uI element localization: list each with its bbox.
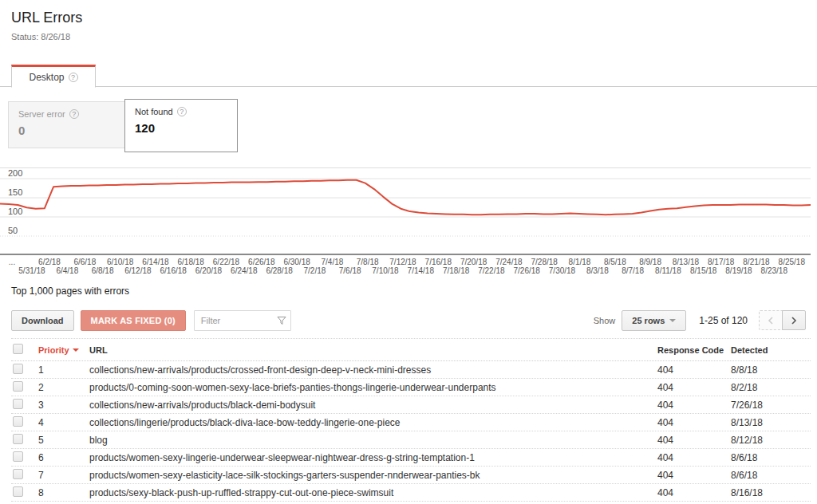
table-row: 6products/women-sexy-lingerie-underwear-… <box>11 449 811 467</box>
x-axis-label: 8/21/18 <box>743 258 769 266</box>
card-server-error-label: Server error <box>18 109 65 119</box>
chevron-right-icon <box>791 317 797 325</box>
table-toolbar: Download MARK AS FIXED (0) Show 25 rows … <box>11 309 806 331</box>
next-page-button[interactable] <box>782 310 806 330</box>
show-label: Show <box>594 316 616 325</box>
row-checkbox[interactable] <box>13 399 23 409</box>
x-axis-label: 8/1/18 <box>569 258 591 266</box>
row-checkbox[interactable] <box>13 381 23 392</box>
x-axis-label: 7/12/18 <box>389 258 416 266</box>
x-axis-label: 7/20/18 <box>460 258 487 266</box>
row-checkbox[interactable] <box>13 469 23 479</box>
chevron-left-icon <box>768 317 774 325</box>
detected-cell: 8/13/18 <box>731 417 811 428</box>
x-axis-labels: ...6/2/186/6/186/10/186/14/186/18/186/22… <box>0 255 811 276</box>
table-row: 5blog4048/12/18 <box>11 431 811 449</box>
x-axis-label: 7/24/18 <box>495 258 522 266</box>
detected-cell: 7/26/18 <box>731 400 811 411</box>
table-header-row: Priority URL Response Code Detected <box>11 339 811 361</box>
column-header-priority[interactable]: Priority <box>38 345 89 355</box>
x-axis-label: 7/28/18 <box>531 258 558 266</box>
table-body: 1collections/new-arrivals/products/cross… <box>11 361 811 502</box>
x-axis-label: 8/25/18 <box>779 258 805 266</box>
pagination-controls: Show 25 rows 1-25 of 120 <box>594 310 806 331</box>
x-axis-label: 6/8/18 <box>92 266 114 275</box>
x-axis-label: 7/2/18 <box>303 266 326 275</box>
row-checkbox[interactable] <box>13 451 23 462</box>
status-date: Status: 8/26/18 <box>11 32 70 41</box>
priority-cell: 6 <box>38 452 89 463</box>
filter-funnel-icon <box>277 316 286 325</box>
x-axis-label: 7/16/18 <box>425 258 452 266</box>
x-axis-label: 8/11/18 <box>655 266 681 275</box>
url-cell[interactable]: products/sexy-black-push-up-ruffled-stra… <box>89 487 641 498</box>
card-not-found-value: 120 <box>135 121 227 135</box>
errors-line-svg <box>0 168 811 254</box>
x-axis-label: 8/17/18 <box>708 258 734 266</box>
response-code-cell: 404 <box>641 417 731 428</box>
response-code-cell: 404 <box>641 435 731 446</box>
tab-desktop-label: Desktop <box>29 72 64 83</box>
row-checkbox[interactable] <box>13 434 23 444</box>
row-checkbox[interactable] <box>13 416 23 427</box>
x-axis-label: 6/26/18 <box>248 258 274 266</box>
tab-bar: Desktop ? <box>0 65 817 87</box>
help-icon[interactable]: ? <box>69 73 78 82</box>
card-not-found[interactable]: Not found ? 120 <box>124 99 238 152</box>
x-axis-label: 5/31/18 <box>18 266 45 275</box>
x-axis-label: ... <box>9 258 15 266</box>
mark-as-fixed-button[interactable]: MARK AS FIXED (0) <box>81 310 186 331</box>
x-axis-label: 7/4/18 <box>321 258 343 266</box>
detected-cell: 8/6/18 <box>731 470 811 481</box>
table-row: 1collections/new-arrivals/products/cross… <box>11 361 811 379</box>
row-checkbox[interactable] <box>13 486 23 497</box>
x-axis-label: 7/8/18 <box>357 258 379 266</box>
column-header-detected: Detected <box>731 345 811 355</box>
rows-per-page-select[interactable]: 25 rows <box>622 310 686 331</box>
sort-descending-icon <box>73 348 79 352</box>
previous-page-button[interactable] <box>759 310 783 330</box>
x-axis-label: 7/26/18 <box>514 266 540 275</box>
url-cell[interactable]: blog <box>89 435 641 446</box>
url-cell[interactable]: collections/new-arrivals/products/black-… <box>89 400 641 411</box>
detected-cell: 8/16/18 <box>731 487 811 498</box>
detected-cell: 8/6/18 <box>731 452 811 463</box>
table-row: 8products/sexy-black-push-up-ruffled-str… <box>11 484 811 502</box>
response-code-cell: 404 <box>641 364 731 376</box>
x-axis-label: 6/6/18 <box>73 258 96 266</box>
table-row: 4collections/lingerie/products/black-div… <box>11 414 811 431</box>
table-heading: Top 1,000 pages with errors <box>11 285 129 297</box>
url-cell[interactable]: products/women-sexy-lingerie-underwear-s… <box>89 452 641 463</box>
url-cell[interactable]: products/0-coming-soon-women-sexy-lace-b… <box>89 382 641 393</box>
response-code-cell: 404 <box>641 382 731 393</box>
x-axis-label: 8/23/18 <box>761 266 787 275</box>
download-button[interactable]: Download <box>11 310 74 331</box>
x-axis-label: 7/14/18 <box>408 266 434 275</box>
column-header-url: URL <box>89 345 641 355</box>
help-icon[interactable]: ? <box>177 107 187 116</box>
url-cell[interactable]: products/women-sexy-elasticity-lace-silk… <box>89 470 641 481</box>
tab-desktop[interactable]: Desktop ? <box>11 65 96 88</box>
x-axis-label: 8/15/18 <box>690 266 716 275</box>
priority-cell: 3 <box>38 400 89 411</box>
x-axis-label: 8/13/18 <box>673 258 699 266</box>
select-all-checkbox[interactable] <box>13 344 23 354</box>
x-axis-label: 6/12/18 <box>124 266 151 275</box>
x-axis-label: 8/9/18 <box>639 258 661 266</box>
x-axis-label: 8/5/18 <box>604 258 626 266</box>
x-axis-label: 7/22/18 <box>478 266 504 275</box>
card-server-error[interactable]: Server error ? 0 <box>8 101 124 148</box>
url-cell[interactable]: collections/lingerie/products/black-diva… <box>89 417 641 428</box>
chevron-down-icon <box>669 319 676 322</box>
x-axis-label: 6/16/18 <box>160 266 187 275</box>
url-cell[interactable]: collections/new-arrivals/products/crosse… <box>89 364 641 376</box>
x-axis-label: 6/18/18 <box>178 258 204 266</box>
x-axis-label: 7/30/18 <box>549 266 575 275</box>
x-axis-label: 7/18/18 <box>443 266 469 275</box>
row-checkbox[interactable] <box>13 364 23 374</box>
y-axis-tick: 100 <box>8 207 22 216</box>
x-axis-label: 6/22/18 <box>213 258 239 266</box>
x-axis-label: 6/24/18 <box>231 266 257 275</box>
help-icon[interactable]: ? <box>69 109 79 119</box>
detected-cell: 8/8/18 <box>731 364 811 376</box>
